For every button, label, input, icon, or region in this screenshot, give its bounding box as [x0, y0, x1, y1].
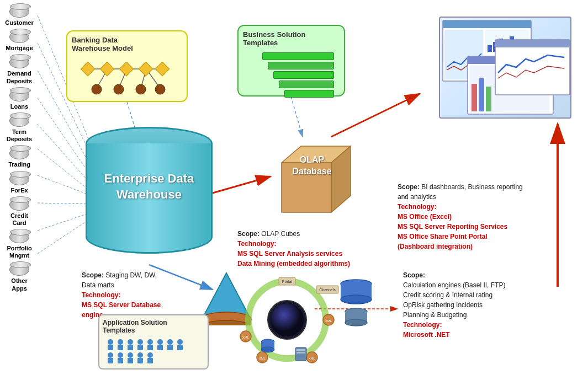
cylinder-trading: [9, 147, 29, 159]
cylinder-credit: [9, 199, 29, 211]
edw-label: Enterprise DataWarehouse: [86, 171, 213, 202]
source-label-loans: Loans: [10, 103, 28, 110]
ast-box: Application SolutionTemplates: [98, 314, 209, 369]
doc-bar-5: [284, 90, 334, 98]
source-forex: ForEx: [0, 173, 39, 194]
svg-rect-78: [128, 358, 133, 363]
svg-line-15: [291, 97, 303, 137]
svg-point-92: [271, 303, 304, 336]
doc-bar-2: [268, 62, 334, 69]
svg-point-69: [137, 339, 143, 345]
svg-point-83: [157, 339, 163, 345]
banking-dw-box: Banking DataWarehouse Model: [66, 30, 188, 102]
dashboard-svg: [440, 18, 571, 119]
svg-line-17: [331, 94, 420, 137]
source-customer: Customer: [0, 6, 39, 26]
svg-rect-66: [118, 345, 123, 350]
source-label-other: OtherApps: [11, 277, 27, 292]
svg-rect-110: [296, 352, 305, 353]
scope-staging-text: Scope: Staging DW, DW, Data marts Techno…: [82, 270, 192, 320]
ast-title: Application SolutionTemplates: [103, 319, 204, 334]
svg-rect-33: [139, 62, 152, 76]
svg-rect-109: [296, 349, 305, 351]
svg-rect-43: [443, 20, 531, 28]
svg-rect-54: [472, 84, 477, 111]
svg-text:Portal: Portal: [282, 280, 293, 283]
svg-rect-72: [147, 345, 153, 350]
svg-point-38: [155, 84, 165, 94]
source-label-mortgage: Mortgage: [6, 45, 33, 52]
source-trading: Trading: [0, 147, 39, 168]
svg-point-116: [345, 319, 367, 326]
ast-icons-svg: [104, 338, 200, 365]
svg-point-85: [167, 339, 173, 345]
olap-container: OLAPDatabase: [271, 135, 353, 223]
olap-cube-svg: [271, 135, 353, 223]
doc-bar-4: [279, 81, 334, 88]
cylinder-other: [9, 264, 29, 276]
scope-olap-tech-text: MS SQL Server Analysis servicesData Mini…: [237, 250, 350, 267]
source-mortgage: Mortgage: [0, 31, 39, 52]
svg-rect-46: [488, 45, 492, 52]
integration-hub: Portal Channels XML XML XML XML: [232, 276, 342, 364]
svg-line-11: [38, 203, 92, 204]
dashboard-image: [439, 17, 571, 119]
cylinder-portfolio: [9, 231, 29, 243]
svg-rect-76: [118, 358, 123, 363]
scope-staging-box: Scope: Staging DW, DW, Data marts Techno…: [82, 270, 192, 320]
source-label-forex: ForEx: [10, 187, 28, 194]
svg-line-16: [213, 176, 271, 193]
svg-point-113: [341, 295, 372, 304]
svg-rect-58: [495, 40, 570, 47]
svg-rect-88: [177, 345, 183, 350]
source-label-portfolio: PortfolioMngmt: [7, 245, 31, 259]
svg-rect-68: [128, 345, 133, 350]
source-loans: Loans: [0, 89, 39, 110]
svg-point-37: [136, 84, 146, 94]
source-label-term: TermDeposits: [7, 128, 32, 143]
svg-point-35: [92, 84, 102, 94]
source-other-apps: OtherApps: [0, 264, 39, 292]
svg-rect-56: [486, 87, 491, 111]
svg-line-12: [38, 212, 92, 231]
bst-title: Business SolutionTemplates: [243, 30, 340, 47]
svg-text:XML: XML: [325, 319, 332, 323]
doc-bar-1: [262, 52, 334, 60]
svg-rect-32: [119, 62, 133, 76]
svg-line-10: [38, 175, 92, 196]
cylinder-forex: [9, 173, 29, 185]
cylinder-customer: [9, 6, 29, 18]
source-credit-card: CreditCard: [0, 199, 39, 227]
stacked-docs: [243, 50, 340, 100]
ast-icons: [103, 336, 204, 366]
integration-hub-svg: Portal Channels XML XML XML XML: [232, 276, 342, 364]
scope-bi-text: Scope: BI dashboards, Business reporting…: [398, 182, 541, 251]
cylinder-demand: [9, 56, 29, 68]
scope-olap-box: Scope: OLAP Cubes Technology: MS SQL Ser…: [237, 229, 370, 269]
svg-rect-64: [108, 345, 113, 350]
scope-bi-tech-text: MS Office (Excel) MS SQL Server Reportin…: [398, 213, 507, 250]
diagram-container: Customer Mortgage DemandDeposits Loans T…: [0, 0, 588, 375]
banking-dw-title: Banking DataWarehouse Model: [72, 36, 182, 52]
db-icons-svg: [334, 276, 378, 331]
banking-dw-diagram: [72, 55, 182, 105]
scope-olap-text: Scope: OLAP Cubes Technology: MS SQL Ser…: [237, 229, 370, 269]
svg-rect-55: [479, 78, 484, 111]
svg-point-73: [108, 352, 113, 358]
svg-rect-31: [100, 62, 114, 76]
svg-text:XML: XML: [309, 357, 316, 360]
source-label-trading: Trading: [8, 161, 30, 168]
svg-rect-74: [108, 358, 113, 363]
svg-point-79: [137, 352, 143, 358]
scope-olap-label: Scope:: [237, 230, 259, 238]
svg-point-107: [261, 347, 274, 352]
edw-container: Enterprise DataWarehouse: [86, 127, 213, 265]
scope-bi-tech-label: Technology:: [398, 203, 436, 211]
scope-olap-tech-label: Technology:: [237, 240, 276, 248]
scope-staging-tech-label: Technology:: [82, 291, 120, 299]
node-diagram-svg: [75, 58, 179, 102]
svg-line-13: [38, 218, 92, 254]
dashboard-inner: [440, 18, 570, 117]
svg-rect-80: [137, 358, 143, 363]
svg-point-77: [128, 352, 133, 358]
